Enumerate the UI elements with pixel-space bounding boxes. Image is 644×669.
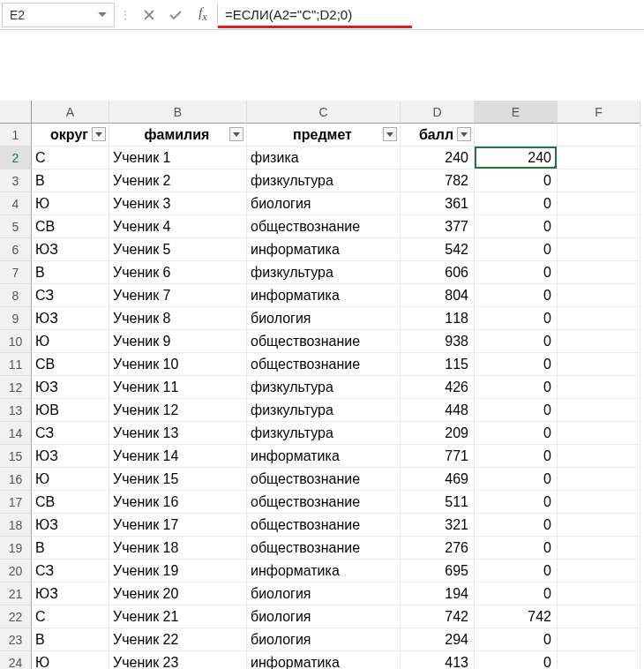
cell[interactable]: 361 <box>401 192 475 215</box>
cell[interactable]: 742 <box>401 605 475 628</box>
cell[interactable] <box>558 605 640 628</box>
cell[interactable]: 0 <box>475 399 558 422</box>
cell[interactable] <box>558 330 640 353</box>
cell[interactable]: информатика <box>247 445 401 468</box>
cell[interactable]: 938 <box>401 330 475 353</box>
cell[interactable]: Ю <box>32 330 109 353</box>
cell[interactable]: Ученик 16 <box>109 491 247 514</box>
row-header[interactable]: 11 <box>0 353 32 376</box>
cell[interactable]: 0 <box>475 307 558 330</box>
cell[interactable] <box>558 169 640 192</box>
cell[interactable]: 469 <box>401 468 475 491</box>
row-header[interactable]: 3 <box>0 169 32 192</box>
cell[interactable]: Ученик 10 <box>109 353 247 376</box>
cell[interactable]: информатика <box>247 560 401 583</box>
cell-F1[interactable] <box>558 124 640 147</box>
row-header[interactable]: 20 <box>0 560 32 583</box>
cell[interactable]: 413 <box>401 651 475 669</box>
cell[interactable]: 209 <box>401 422 475 445</box>
cell[interactable]: ЮЗ <box>32 238 109 261</box>
cell[interactable] <box>558 537 640 560</box>
cell[interactable]: Ученик 5 <box>109 238 247 261</box>
cell[interactable] <box>558 560 640 583</box>
cell[interactable]: ЮВ <box>32 399 109 422</box>
row-header[interactable]: 23 <box>0 628 32 651</box>
col-header-A[interactable]: A <box>32 101 109 124</box>
cell[interactable]: 294 <box>401 628 475 651</box>
select-all-corner[interactable] <box>0 101 32 124</box>
header-cell-okrug[interactable]: округ <box>32 124 109 147</box>
cell[interactable]: обществознание <box>247 215 401 238</box>
cell[interactable]: 0 <box>475 261 558 284</box>
cell[interactable] <box>558 422 640 445</box>
cell[interactable]: 0 <box>475 445 558 468</box>
cell[interactable]: 0 <box>475 422 558 445</box>
cell[interactable]: В <box>32 261 109 284</box>
cell[interactable]: 695 <box>401 560 475 583</box>
col-header-C[interactable]: C <box>247 101 401 124</box>
cell[interactable]: 276 <box>401 537 475 560</box>
row-header[interactable]: 6 <box>0 238 32 261</box>
cell[interactable]: обществознание <box>247 468 401 491</box>
cell[interactable]: обществознание <box>247 514 401 537</box>
cell[interactable]: 606 <box>401 261 475 284</box>
cell[interactable] <box>558 238 640 261</box>
row-header-1[interactable]: 1 <box>0 124 32 147</box>
cell[interactable]: 0 <box>475 330 558 353</box>
cell[interactable]: СЗ <box>32 560 109 583</box>
cell[interactable]: 240 <box>401 147 475 169</box>
cell[interactable]: СВ <box>32 215 109 238</box>
cell[interactable] <box>558 445 640 468</box>
filter-dropdown-icon[interactable] <box>457 127 471 141</box>
cell[interactable]: 0 <box>475 353 558 376</box>
cell[interactable]: 115 <box>401 353 475 376</box>
cell[interactable]: Ученик 11 <box>109 376 247 399</box>
row-header[interactable]: 8 <box>0 284 32 307</box>
cell[interactable]: Ученик 12 <box>109 399 247 422</box>
cell[interactable] <box>558 628 640 651</box>
row-header[interactable]: 10 <box>0 330 32 353</box>
cell[interactable]: Ученик 13 <box>109 422 247 445</box>
cell[interactable]: 118 <box>401 307 475 330</box>
cell[interactable]: физкультура <box>247 399 401 422</box>
row-header[interactable]: 7 <box>0 261 32 284</box>
row-header[interactable]: 12 <box>0 376 32 399</box>
cell[interactable]: С <box>32 605 109 628</box>
cell[interactable]: СЗ <box>32 284 109 307</box>
cell[interactable]: физкультура <box>247 169 401 192</box>
cell[interactable]: физкультура <box>247 422 401 445</box>
cell[interactable]: 511 <box>401 491 475 514</box>
spreadsheet-grid[interactable]: A B C D E F 1 округ фамилия предмет балл… <box>0 101 644 669</box>
row-header[interactable]: 16 <box>0 468 32 491</box>
cell[interactable]: Ученик 15 <box>109 468 247 491</box>
row-header[interactable]: 17 <box>0 491 32 514</box>
cell[interactable] <box>558 651 640 669</box>
cell[interactable]: 771 <box>401 445 475 468</box>
cell[interactable]: 804 <box>401 284 475 307</box>
cell[interactable] <box>558 468 640 491</box>
cell[interactable]: Ученик 17 <box>109 514 247 537</box>
cell[interactable] <box>558 514 640 537</box>
cell[interactable]: Ученик 14 <box>109 445 247 468</box>
cell[interactable]: 0 <box>475 537 558 560</box>
cell[interactable]: биология <box>247 307 401 330</box>
name-box-dropdown-icon[interactable] <box>98 12 107 17</box>
cell[interactable]: ЮЗ <box>32 307 109 330</box>
cell[interactable]: информатика <box>247 651 401 669</box>
cell[interactable]: Ученик 18 <box>109 537 247 560</box>
cell[interactable]: 0 <box>475 491 558 514</box>
cell[interactable]: обществознание <box>247 330 401 353</box>
cell[interactable]: ЮЗ <box>32 445 109 468</box>
cell[interactable]: 0 <box>475 192 558 215</box>
cell[interactable]: 0 <box>475 169 558 192</box>
row-header[interactable]: 4 <box>0 192 32 215</box>
cell[interactable]: 0 <box>475 376 558 399</box>
cell[interactable]: Ученик 19 <box>109 560 247 583</box>
cell[interactable]: Ю <box>32 192 109 215</box>
col-header-B[interactable]: B <box>109 101 247 124</box>
cell[interactable]: ЮЗ <box>32 514 109 537</box>
cell[interactable]: информатика <box>247 284 401 307</box>
cell[interactable]: ЮЗ <box>32 376 109 399</box>
row-header[interactable]: 21 <box>0 583 32 605</box>
cell[interactable]: 0 <box>475 583 558 605</box>
